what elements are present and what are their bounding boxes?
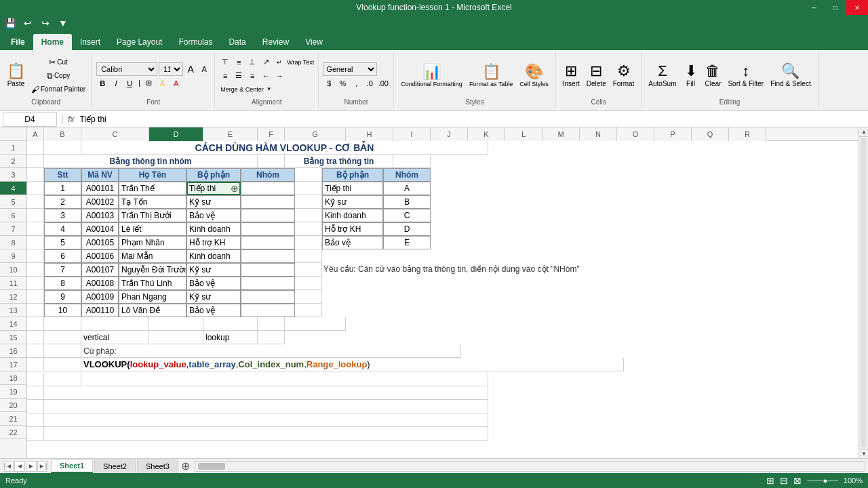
cell-F14[interactable] bbox=[258, 317, 285, 331]
sort-filter-button[interactable]: ↕ Sort & Filter bbox=[725, 57, 766, 95]
row-header-10[interactable]: 10 bbox=[0, 263, 26, 277]
cell-D12[interactable]: Phan Ngang bbox=[119, 290, 186, 304]
tab-formulas[interactable]: Formulas bbox=[170, 34, 220, 50]
fill-button[interactable]: ⬇ Fill bbox=[681, 57, 701, 95]
font-size-selector[interactable]: 11 bbox=[159, 62, 183, 76]
sheet-tab-3[interactable]: Sheet3 bbox=[137, 460, 178, 473]
cell-B8[interactable]: 5 bbox=[44, 236, 81, 249]
fill-color-button[interactable]: A bbox=[157, 77, 169, 89]
cell-E15-lookup-text[interactable]: lookup bbox=[203, 331, 258, 344]
cell-E7[interactable]: Kinh doanh bbox=[186, 222, 241, 236]
autosum-button[interactable]: Σ AutoSum bbox=[646, 57, 679, 95]
cell-C13[interactable]: A00110 bbox=[81, 304, 119, 317]
align-right-button[interactable]: ≡ bbox=[246, 70, 258, 82]
cell-lookup-title[interactable]: Bảng tra thông tin bbox=[285, 155, 393, 168]
cell-I6-lookup[interactable]: C bbox=[383, 209, 431, 222]
find-select-button[interactable]: 🔍 Find & Select bbox=[768, 57, 813, 95]
col-header-G[interactable]: G bbox=[285, 127, 346, 141]
cell-F8[interactable] bbox=[241, 236, 295, 249]
cell-C11[interactable]: A00108 bbox=[81, 277, 119, 290]
cell-B13[interactable]: 10 bbox=[44, 304, 81, 317]
cell-C15-vertical[interactable]: vertical bbox=[81, 331, 149, 344]
row-header-15[interactable]: 15 bbox=[0, 331, 26, 344]
cell-G11[interactable] bbox=[295, 277, 322, 290]
font-color-button[interactable]: A bbox=[170, 77, 182, 89]
cell-formula-display[interactable]: VLOOKUP(lookup_value, table_array, Col_i… bbox=[81, 358, 624, 371]
cell-A16[interactable] bbox=[27, 344, 44, 358]
clear-button[interactable]: 🗑 Clear bbox=[703, 57, 724, 95]
cell-E12[interactable]: Kỹ sư bbox=[186, 290, 241, 304]
col-header-H[interactable]: H bbox=[346, 127, 393, 141]
cell-B10[interactable]: 7 bbox=[44, 263, 81, 277]
view-page-break-icon[interactable]: ⊠ bbox=[793, 475, 802, 486]
cell-D11[interactable]: Trần Thú Linh bbox=[119, 277, 186, 290]
col-header-R[interactable]: R bbox=[729, 127, 766, 141]
delete-button[interactable]: ⊟ Delete bbox=[584, 57, 609, 95]
cell-G9[interactable] bbox=[295, 249, 322, 263]
col-header-B[interactable]: B bbox=[44, 127, 81, 141]
save-quick-btn[interactable]: 💾 bbox=[3, 16, 18, 30]
row-header-13[interactable]: 13 bbox=[0, 304, 26, 317]
cell-A14[interactable] bbox=[27, 317, 44, 331]
col-header-M[interactable]: M bbox=[542, 127, 580, 141]
sheet-nav-next[interactable]: ► bbox=[26, 461, 37, 472]
border-button[interactable]: ⊞ bbox=[143, 77, 155, 89]
col-header-E[interactable]: E bbox=[203, 127, 258, 141]
cell-C9[interactable]: A00106 bbox=[81, 249, 119, 263]
scrollbar-thumb[interactable] bbox=[861, 138, 867, 447]
cell-A6[interactable] bbox=[27, 209, 44, 222]
sheet-tab-1[interactable]: Sheet1 bbox=[51, 460, 93, 473]
cell-C7[interactable]: A00104 bbox=[81, 222, 119, 236]
cell-reference-box[interactable] bbox=[3, 112, 57, 127]
cell-B16[interactable] bbox=[44, 344, 81, 358]
cell-I5-lookup[interactable]: B bbox=[383, 195, 431, 209]
cell-G3[interactable] bbox=[295, 168, 322, 182]
cell-B21[interactable] bbox=[44, 413, 488, 427]
cell-F7[interactable] bbox=[241, 222, 295, 236]
cell-A10[interactable] bbox=[27, 263, 44, 277]
row-header-5[interactable]: 5 bbox=[0, 195, 26, 209]
align-middle-button[interactable]: ≡ bbox=[233, 56, 245, 68]
cell-G8[interactable] bbox=[295, 236, 322, 249]
cell-H3-bo-phan[interactable]: Bộ phận bbox=[322, 168, 383, 182]
percent-button[interactable]: % bbox=[336, 77, 349, 89]
cell-F3-nhom[interactable]: Nhóm bbox=[241, 168, 295, 182]
cell-A11[interactable] bbox=[27, 277, 44, 290]
row-header-22[interactable]: 22 bbox=[0, 426, 26, 439]
currency-button[interactable]: $ bbox=[323, 77, 335, 89]
cell-A3[interactable] bbox=[27, 168, 44, 182]
col-header-K[interactable]: K bbox=[468, 127, 505, 141]
cell-D4[interactable]: Trần Thế bbox=[119, 182, 186, 195]
cell-A13[interactable] bbox=[27, 304, 44, 317]
hscrollbar-thumb[interactable] bbox=[198, 463, 225, 470]
italic-button[interactable]: I bbox=[110, 77, 122, 89]
cell-F11[interactable] bbox=[241, 277, 295, 290]
cell-D5[interactable]: Tạ Tốn bbox=[119, 195, 186, 209]
format-as-table-button[interactable]: 📋 Format as Table bbox=[467, 57, 515, 95]
cell-B4[interactable]: 1 bbox=[44, 182, 81, 195]
maximize-button[interactable]: □ bbox=[825, 0, 846, 15]
col-header-C[interactable]: C bbox=[81, 127, 149, 141]
cell-B14[interactable] bbox=[44, 317, 81, 331]
cell-D13[interactable]: Lô Văn Đề bbox=[119, 304, 186, 317]
tab-view[interactable]: View bbox=[297, 34, 331, 50]
cell-B11[interactable]: 8 bbox=[44, 277, 81, 290]
tab-home[interactable]: Home bbox=[33, 34, 72, 50]
decimal-decrease[interactable]: .0 bbox=[363, 77, 376, 89]
cell-A9[interactable] bbox=[27, 249, 44, 263]
cell-B6[interactable]: 3 bbox=[44, 209, 81, 222]
underline-button[interactable]: U bbox=[123, 77, 136, 89]
cell-G5[interactable] bbox=[295, 195, 322, 209]
cell-D8[interactable]: Phạm Nhân bbox=[119, 236, 186, 249]
align-top-button[interactable]: ⊤ bbox=[219, 56, 231, 68]
cell-A2[interactable] bbox=[27, 155, 44, 168]
bold-button[interactable]: B bbox=[96, 77, 108, 89]
col-header-O[interactable]: O bbox=[617, 127, 654, 141]
cell-B19[interactable] bbox=[44, 386, 488, 400]
tab-file[interactable]: File bbox=[3, 34, 33, 50]
cell-H4-lookup[interactable]: Tiếp thi bbox=[322, 182, 383, 195]
paste-button[interactable]: 📋 Paste bbox=[4, 57, 28, 95]
cell-B12[interactable]: 9 bbox=[44, 290, 81, 304]
cell-A15[interactable] bbox=[27, 331, 44, 344]
cell-F15[interactable] bbox=[258, 331, 285, 344]
